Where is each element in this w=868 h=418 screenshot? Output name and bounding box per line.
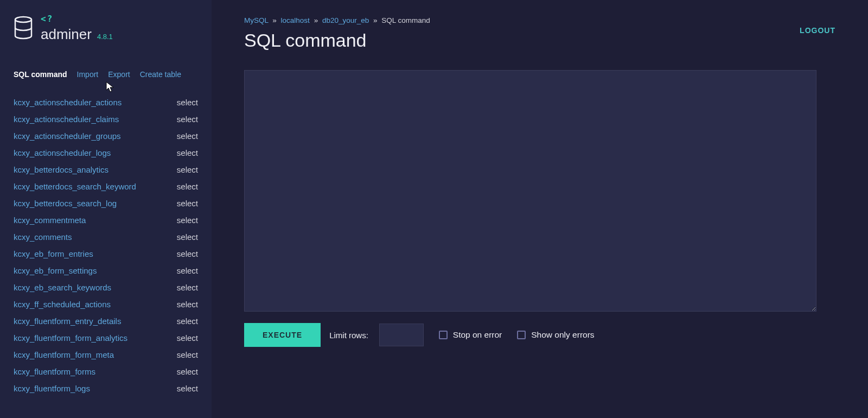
logo-version: 4.8.1 xyxy=(97,33,113,41)
sidebar-nav-create-table[interactable]: Create table xyxy=(140,70,181,79)
table-name-link[interactable]: kcxy_actionscheduler_logs xyxy=(14,148,111,157)
table-name-link[interactable]: kcxy_fluentform_form_meta xyxy=(14,350,114,359)
table-select-link[interactable]: select xyxy=(177,283,198,292)
show-only-errors-checkbox[interactable] xyxy=(517,331,526,339)
table-name-link[interactable]: kcxy_betterdocs_analytics xyxy=(14,165,108,174)
table-name-link[interactable]: kcxy_fluentform_forms xyxy=(14,367,95,376)
table-name-link[interactable]: kcxy_eb_form_entries xyxy=(14,249,93,258)
breadcrumb-driver[interactable]: MySQL xyxy=(244,16,269,24)
execute-button[interactable]: EXECUTE xyxy=(244,323,321,347)
table-select-link[interactable]: select xyxy=(177,232,198,242)
table-name-link[interactable]: kcxy_fluentform_logs xyxy=(14,384,90,393)
table-row: kcxy_commentmetaselect xyxy=(14,212,198,229)
table-row: kcxy_betterdocs_search_logselect xyxy=(14,195,198,212)
table-row: kcxy_betterdocs_analyticsselect xyxy=(14,161,198,178)
controls: EXECUTE Limit rows: Stop on error Show o… xyxy=(244,323,844,347)
table-row: kcxy_fluentform_entry_detailsselect xyxy=(14,313,198,330)
svg-point-0 xyxy=(15,17,31,22)
sidebar-nav-sql-command[interactable]: SQL command xyxy=(14,70,67,79)
table-name-link[interactable]: kcxy_actionscheduler_actions xyxy=(14,98,122,107)
database-icon xyxy=(14,15,33,41)
stop-on-error-wrap[interactable]: Stop on error xyxy=(439,330,502,340)
tables-list: kcxy_actionscheduler_actionsselectkcxy_a… xyxy=(14,94,198,418)
table-name-link[interactable]: kcxy_fluentform_form_analytics xyxy=(14,333,127,343)
table-name-link[interactable]: kcxy_actionscheduler_groups xyxy=(14,131,121,141)
sql-command-textarea[interactable] xyxy=(244,70,816,312)
table-row: kcxy_betterdocs_search_keywordselect xyxy=(14,178,198,195)
table-select-link[interactable]: select xyxy=(177,182,198,191)
logo: <? adminer 4.8.1 xyxy=(14,14,198,43)
main: MySQL » localhost » db20_your_eb » SQL c… xyxy=(212,0,868,418)
sidebar-nav: SQL command Import Export Create table xyxy=(14,70,198,79)
table-row: kcxy_actionscheduler_actionsselect xyxy=(14,94,198,111)
table-name-link[interactable]: kcxy_betterdocs_search_keyword xyxy=(14,182,136,191)
sidebar-nav-export[interactable]: Export xyxy=(108,70,130,79)
table-name-link[interactable]: kcxy_commentmeta xyxy=(14,216,86,225)
table-row: kcxy_commentsselect xyxy=(14,229,198,245)
table-name-link[interactable]: kcxy_betterdocs_search_log xyxy=(14,199,117,208)
breadcrumb-db[interactable]: db20_your_eb xyxy=(322,16,369,24)
breadcrumb-sep: » xyxy=(373,16,378,24)
sidebar-nav-import[interactable]: Import xyxy=(77,70,99,79)
breadcrumb-page: SQL command xyxy=(381,16,430,24)
table-row: kcxy_eb_search_keywordsselect xyxy=(14,279,198,296)
table-name-link[interactable]: kcxy_eb_search_keywords xyxy=(14,283,111,292)
table-row: kcxy_eb_form_settingsselect xyxy=(14,262,198,279)
logo-brand: adminer xyxy=(41,26,92,43)
breadcrumb-server[interactable]: localhost xyxy=(281,16,310,24)
table-row: kcxy_ff_scheduled_actionsselect xyxy=(14,296,198,313)
table-select-link[interactable]: select xyxy=(177,249,198,258)
table-name-link[interactable]: kcxy_ff_scheduled_actions xyxy=(14,300,111,309)
table-select-link[interactable]: select xyxy=(177,350,198,359)
table-select-link[interactable]: select xyxy=(177,131,198,141)
breadcrumb: MySQL » localhost » db20_your_eb » SQL c… xyxy=(244,16,844,24)
table-row: kcxy_actionscheduler_logsselect xyxy=(14,144,198,161)
sidebar: <? adminer 4.8.1 SQL command Import Expo… xyxy=(0,0,212,418)
table-row: kcxy_fluentform_logsselect xyxy=(14,380,198,397)
table-select-link[interactable]: select xyxy=(177,199,198,208)
stop-on-error-checkbox[interactable] xyxy=(439,331,448,339)
show-only-errors-wrap[interactable]: Show only errors xyxy=(517,330,594,340)
table-select-link[interactable]: select xyxy=(177,115,198,124)
app: <? adminer 4.8.1 SQL command Import Expo… xyxy=(0,0,868,418)
table-select-link[interactable]: select xyxy=(177,216,198,225)
table-select-link[interactable]: select xyxy=(177,316,198,326)
table-row: kcxy_eb_form_entriesselect xyxy=(14,245,198,262)
table-select-link[interactable]: select xyxy=(177,148,198,157)
stop-on-error-label: Stop on error xyxy=(453,330,502,340)
table-row: kcxy_fluentform_formsselect xyxy=(14,363,198,380)
table-select-link[interactable]: select xyxy=(177,266,198,275)
table-name-link[interactable]: kcxy_comments xyxy=(14,232,72,242)
show-only-errors-label: Show only errors xyxy=(531,330,594,340)
table-row: kcxy_fluentform_form_analyticsselect xyxy=(14,330,198,346)
page-title: SQL command xyxy=(244,30,844,51)
limit-rows-input[interactable] xyxy=(379,324,424,346)
table-row: kcxy_fluentform_form_metaselect xyxy=(14,346,198,363)
table-select-link[interactable]: select xyxy=(177,98,198,107)
table-select-link[interactable]: select xyxy=(177,384,198,393)
breadcrumb-sep: » xyxy=(314,16,318,24)
table-select-link[interactable]: select xyxy=(177,165,198,174)
limit-rows-label: Limit rows: xyxy=(329,331,368,340)
table-select-link[interactable]: select xyxy=(177,300,198,309)
table-name-link[interactable]: kcxy_fluentform_entry_details xyxy=(14,316,121,326)
breadcrumb-sep: » xyxy=(272,16,277,24)
table-select-link[interactable]: select xyxy=(177,367,198,376)
logo-code-hint: <? xyxy=(41,14,113,24)
table-name-link[interactable]: kcxy_actionscheduler_claims xyxy=(14,115,119,124)
table-select-link[interactable]: select xyxy=(177,333,198,343)
table-name-link[interactable]: kcxy_eb_form_settings xyxy=(14,266,97,275)
table-row: kcxy_actionscheduler_claimsselect xyxy=(14,111,198,128)
logout-button[interactable]: LOGOUT xyxy=(800,26,835,35)
table-row: kcxy_actionscheduler_groupsselect xyxy=(14,128,198,144)
